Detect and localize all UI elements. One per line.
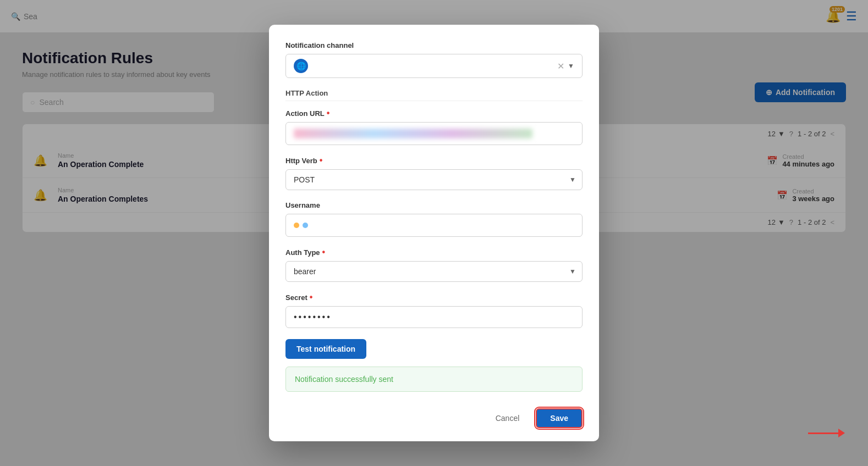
http-verb-select[interactable]: POST GET PUT PATCH DELETE	[285, 169, 583, 190]
required-indicator: •	[327, 109, 330, 118]
required-indicator-auth: •	[322, 248, 326, 257]
modal-overlay: Notification channel 🌐 ✕ ▼ HTTP Action A…	[0, 0, 868, 466]
clear-icon[interactable]: ✕	[557, 61, 564, 71]
channel-select[interactable]: 🌐 ✕ ▼	[285, 54, 583, 78]
test-notification-button[interactable]: Test notification	[285, 339, 366, 359]
secret-group: Secret •	[285, 293, 583, 328]
username-dot2	[303, 223, 308, 228]
auth-type-label: Auth Type •	[285, 248, 583, 257]
secret-label: Secret •	[285, 293, 583, 302]
action-url-group: Action URL •	[285, 109, 583, 145]
arrow-head	[838, 429, 845, 437]
username-label: Username	[285, 201, 583, 209]
secret-input[interactable]	[285, 306, 583, 328]
username-group: Username	[285, 201, 583, 237]
auth-type-select[interactable]: bearer basic none	[285, 261, 583, 282]
save-button[interactable]: Save	[536, 408, 583, 428]
red-arrow-annotation	[808, 429, 845, 437]
auth-type-group: Auth Type • bearer basic none ▼	[285, 248, 583, 282]
success-message: Notification successfully sent	[295, 375, 393, 384]
cancel-button[interactable]: Cancel	[487, 409, 529, 427]
modal-footer: Cancel Save	[285, 403, 583, 428]
channel-right: ✕ ▼	[557, 61, 574, 71]
http-verb-group: Http Verb • POST GET PUT PATCH DELETE ▼	[285, 156, 583, 190]
auth-type-wrapper: bearer basic none ▼	[285, 261, 583, 282]
http-action-header: HTTP Action	[285, 89, 583, 101]
channel-label: Notification channel	[285, 41, 583, 49]
modal-dialog: Notification channel 🌐 ✕ ▼ HTTP Action A…	[269, 25, 599, 441]
required-indicator-verb: •	[320, 156, 323, 165]
channel-dropdown-arrow[interactable]: ▼	[568, 62, 574, 70]
globe-icon: 🌐	[294, 59, 308, 73]
http-verb-wrapper: POST GET PUT PATCH DELETE ▼	[285, 169, 583, 190]
http-verb-label: Http Verb •	[285, 156, 583, 165]
action-url-value	[294, 129, 532, 138]
username-dot1	[294, 223, 299, 228]
arrow-line	[808, 432, 838, 434]
channel-left: 🌐	[294, 59, 308, 73]
channel-group: Notification channel 🌐 ✕ ▼	[285, 41, 583, 78]
required-indicator-secret: •	[310, 293, 313, 302]
action-url-label: Action URL •	[285, 109, 583, 118]
success-banner: Notification successfully sent	[285, 367, 583, 392]
